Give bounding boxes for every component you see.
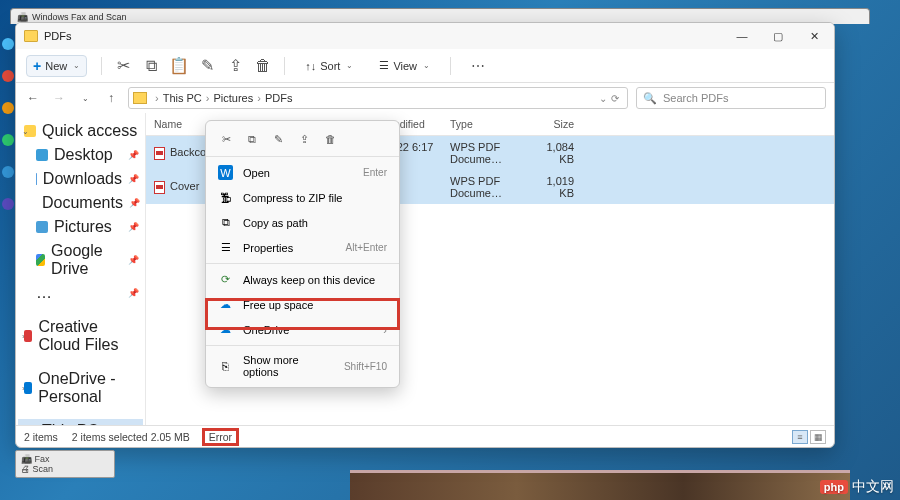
more-options-icon: ⎘ [218, 359, 233, 374]
keep-device-icon: ⟳ [218, 272, 233, 287]
copy-icon[interactable]: ⧉ [144, 59, 158, 73]
pdf-icon [154, 147, 165, 160]
cut-icon[interactable]: ✂ [116, 59, 130, 73]
window-title: PDFs [44, 30, 72, 42]
search-icon: 🔍 [643, 92, 657, 105]
ctx-rename-icon[interactable]: ✎ [270, 131, 286, 147]
more-button[interactable] [465, 54, 491, 78]
search-placeholder: Search PDFs [663, 92, 728, 104]
ctx-onedrive[interactable]: ☁ OneDrive [206, 317, 399, 342]
status-item-count: 2 items [24, 431, 58, 443]
open-app-icon: W [218, 165, 233, 180]
close-button[interactable]: ✕ [796, 23, 832, 49]
nav-recent-dropdown[interactable]: ⌄ [76, 89, 94, 107]
breadcrumb-pictures[interactable]: Pictures [213, 92, 253, 104]
ctx-copy-icon[interactable]: ⧉ [244, 131, 260, 147]
sidebar-this-pc[interactable]: ›This PC [18, 419, 143, 425]
view-details-button[interactable]: ≡ [792, 430, 808, 444]
minimize-button[interactable]: — [724, 23, 760, 49]
status-error: Error [202, 428, 239, 446]
paste-icon[interactable]: 📋 [172, 59, 186, 73]
desktop-left-icons [2, 38, 16, 210]
delete-icon[interactable]: 🗑 [256, 59, 270, 73]
breadcrumb-pdfs[interactable]: PDFs [265, 92, 293, 104]
sidebar-item-desktop[interactable]: Desktop📌 [18, 143, 143, 167]
sidebar-item-google-drive[interactable]: Google Drive📌 [18, 239, 143, 281]
ctx-show-more-options[interactable]: ⎘ Show more optionsShift+F10 [206, 349, 399, 383]
onedrive-icon: ☁ [218, 322, 233, 337]
copy-path-icon: ⧉ [218, 215, 233, 230]
col-type[interactable]: Type [442, 113, 522, 135]
context-quick-actions: ✂ ⧉ ✎ ⇪ 🗑 [206, 125, 399, 153]
ctx-delete-icon[interactable]: 🗑 [322, 131, 338, 147]
sort-button[interactable]: ↑↓ Sort [299, 56, 359, 76]
background-fax-nav: 📠 Fax 🖨 Scan [15, 450, 115, 478]
view-thumbnails-button[interactable]: ▦ [810, 430, 826, 444]
maximize-button[interactable]: ▢ [760, 23, 796, 49]
col-size[interactable]: Size [522, 113, 582, 135]
sidebar-onedrive[interactable]: ›OneDrive - Personal [18, 367, 143, 409]
breadcrumb[interactable]: This PC Pictures PDFs ⌄⟳ [128, 87, 628, 109]
ctx-copy-as-path[interactable]: ⧉ Copy as path [206, 210, 399, 235]
ctx-always-keep[interactable]: ⟳ Always keep on this device [206, 267, 399, 292]
pdf-icon [154, 181, 165, 194]
breadcrumb-folder-icon [133, 92, 147, 104]
file-explorer-window: PDFs — ▢ ✕ + New ✂ ⧉ 📋 ✎ ⇪ 🗑 ↑↓ Sort ☰ V… [15, 22, 835, 448]
share-icon[interactable]: ⇪ [228, 59, 242, 73]
address-bar-row: ← → ⌄ ↑ This PC Pictures PDFs ⌄⟳ 🔍 Searc… [16, 83, 834, 113]
free-space-icon: ☁ [218, 297, 233, 312]
view-button[interactable]: ☰ View [373, 55, 436, 76]
sidebar-creative-cloud[interactable]: ›Creative Cloud Files [18, 315, 143, 357]
ctx-share-icon[interactable]: ⇪ [296, 131, 312, 147]
search-input[interactable]: 🔍 Search PDFs [636, 87, 826, 109]
nav-back-button[interactable]: ← [24, 89, 42, 107]
nav-forward-button[interactable]: → [50, 89, 68, 107]
ctx-compress-zip[interactable]: 🗜 Compress to ZIP file [206, 185, 399, 210]
status-bar: 2 items 2 items selected 2.05 MB Error ≡… [16, 425, 834, 447]
new-button[interactable]: + New [26, 55, 87, 77]
folder-icon [24, 30, 38, 42]
breadcrumb-this-pc[interactable]: This PC [163, 92, 202, 104]
ctx-open[interactable]: W OpenEnter [206, 160, 399, 185]
zip-icon: 🗜 [218, 190, 233, 205]
ctx-free-up-space[interactable]: ☁ Free up space [206, 292, 399, 317]
context-menu: ✂ ⧉ ✎ ⇪ 🗑 W OpenEnter 🗜 Compress to ZIP … [205, 120, 400, 388]
sidebar-quick-access[interactable]: ⌄ Quick access [18, 119, 143, 143]
sidebar-item-downloads[interactable]: Downloads📌 [18, 167, 143, 191]
ctx-cut-icon[interactable]: ✂ [218, 131, 234, 147]
rename-icon[interactable]: ✎ [200, 59, 214, 73]
navigation-pane: ⌄ Quick access Desktop📌 Downloads📌 Docum… [16, 113, 146, 425]
toolbar: + New ✂ ⧉ 📋 ✎ ⇪ 🗑 ↑↓ Sort ☰ View [16, 49, 834, 83]
watermark: php中文网 [820, 478, 894, 496]
nav-up-button[interactable]: ↑ [102, 89, 120, 107]
sidebar-item-documents[interactable]: Documents📌 [18, 191, 143, 215]
titlebar[interactable]: PDFs — ▢ ✕ [16, 23, 834, 49]
ctx-properties[interactable]: ☰ PropertiesAlt+Enter [206, 235, 399, 260]
status-selection: 2 items selected 2.05 MB [72, 431, 190, 443]
desktop-wallpaper-strip [350, 470, 850, 500]
sidebar-item-ellipsis[interactable]: …📌 [18, 281, 143, 305]
sidebar-item-pictures[interactable]: Pictures📌 [18, 215, 143, 239]
properties-icon: ☰ [218, 240, 233, 255]
